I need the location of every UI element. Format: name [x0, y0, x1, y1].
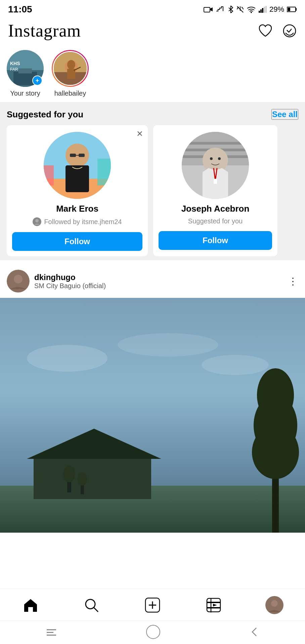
joseph-sub: Suggested for you	[188, 217, 243, 225]
dkinghugo-avatar	[7, 270, 30, 292]
svg-rect-0	[204, 7, 210, 12]
post-username[interactable]: dkinghugo	[34, 273, 106, 282]
nav-home-button[interactable]	[17, 595, 44, 615]
camera-icon	[204, 6, 213, 13]
see-all-button[interactable]: See all	[271, 109, 298, 120]
svg-rect-38	[182, 142, 249, 145]
profile-nav-image	[265, 596, 284, 614]
svg-point-61	[202, 355, 269, 375]
battery-icon	[287, 6, 297, 12]
status-time: 11:05	[8, 4, 32, 15]
svg-point-46	[14, 275, 23, 283]
suggested-cards: ✕	[7, 125, 298, 256]
post-image	[0, 298, 305, 533]
svg-rect-44	[214, 179, 217, 184]
status-icons: 29%	[204, 5, 297, 14]
svg-rect-30	[79, 154, 85, 157]
card-close-button-mark[interactable]: ✕	[136, 129, 143, 139]
signal-icon	[216, 6, 225, 13]
suggested-header: Suggested for you See all	[7, 109, 298, 120]
post-more-button[interactable]: ⋮	[288, 276, 298, 287]
bottom-nav	[0, 589, 305, 621]
hallebailey-story-border	[52, 50, 89, 87]
story-item-your-story[interactable]: KHS FAR + Your story	[7, 50, 44, 97]
reels-icon	[206, 598, 221, 612]
messenger-button[interactable]	[282, 23, 297, 38]
android-home-button[interactable]	[146, 625, 161, 641]
svg-text:FAR: FAR	[10, 67, 18, 72]
instagram-logo: Instagram	[8, 21, 81, 41]
svg-line-63	[94, 607, 98, 612]
suggested-card-mark-eros: ✕	[7, 125, 148, 256]
signal-bars-icon	[259, 6, 267, 13]
follow-mark-eros-button[interactable]: Follow	[12, 232, 142, 251]
your-story-label: Your story	[10, 90, 40, 97]
mark-eros-name: Mark Eros	[56, 204, 98, 214]
suggested-section: Suggested for you See all ✕	[0, 102, 305, 260]
notifications-button[interactable]	[258, 23, 273, 38]
nav-add-post-button[interactable]	[139, 595, 166, 615]
menu-line-1	[47, 629, 56, 630]
mark-eros-photo	[44, 132, 111, 199]
svg-point-43	[218, 157, 221, 160]
follow-joseph-button[interactable]: Follow	[159, 231, 272, 250]
svg-rect-6	[262, 8, 263, 13]
status-bar: 11:05 29%	[0, 0, 305, 17]
mute-icon	[236, 6, 244, 13]
android-back-button[interactable]	[247, 625, 262, 641]
add-post-icon	[145, 597, 160, 613]
svg-rect-68	[207, 602, 220, 603]
svg-point-22	[67, 60, 75, 69]
add-story-button[interactable]: +	[32, 75, 42, 86]
svg-point-41	[203, 148, 228, 173]
nav-search-button[interactable]	[78, 595, 105, 615]
header-action-icons	[258, 23, 297, 38]
post-location[interactable]: SM City Baguio (official)	[34, 282, 106, 290]
nav-reels-button[interactable]	[200, 595, 227, 615]
android-back-icon	[247, 625, 262, 639]
svg-rect-5	[260, 9, 262, 13]
svg-text:KHS: KHS	[10, 61, 20, 66]
svg-rect-11	[288, 8, 290, 11]
svg-rect-28	[66, 165, 89, 192]
svg-point-52	[63, 466, 75, 482]
mark-eros-subtext: Followed by itsme.jhem24	[44, 218, 122, 226]
mark-eros-sub: Followed by itsme.jhem24	[33, 217, 122, 226]
joseph-name: Joseph Acebron	[181, 204, 250, 214]
wifi-icon	[247, 6, 256, 13]
joseph-avatar	[182, 132, 249, 199]
nav-profile-button[interactable]	[261, 595, 288, 615]
svg-point-35	[35, 219, 39, 222]
svg-rect-10	[296, 8, 297, 11]
android-menu-button[interactable]	[43, 626, 59, 639]
post-user-info: dkinghugo SM City Baguio (official)	[7, 270, 106, 292]
search-icon	[84, 598, 99, 612]
post-user-avatar[interactable]	[7, 270, 30, 292]
app-header: Instagram	[0, 17, 305, 45]
android-nav-bar	[0, 621, 305, 644]
profile-nav-avatar	[265, 596, 284, 614]
svg-rect-33	[97, 159, 111, 185]
mark-eros-sub-avatar	[33, 217, 41, 226]
your-story-avatar-wrapper: KHS FAR +	[7, 50, 44, 87]
post-header: dkinghugo SM City Baguio (official) ⋮	[0, 264, 305, 298]
post-user-details: dkinghugo SM City Baguio (official)	[34, 273, 106, 290]
svg-marker-71	[213, 604, 217, 606]
svg-point-73	[271, 600, 278, 607]
svg-marker-1	[210, 7, 213, 11]
story-item-hallebailey[interactable]: hallebailey	[52, 50, 89, 97]
svg-rect-18	[18, 68, 32, 73]
android-home-icon	[146, 625, 161, 639]
svg-point-60	[118, 333, 218, 357]
mark-eros-avatar	[44, 132, 111, 199]
svg-rect-32	[44, 165, 54, 185]
suggested-title: Suggested for you	[7, 109, 83, 120]
svg-point-58	[252, 425, 299, 479]
hallebailey-story-image	[54, 52, 88, 86]
menu-line-3	[47, 635, 56, 636]
joseph-photo	[182, 132, 249, 199]
bluetooth-icon	[228, 6, 234, 13]
stories-section: KHS FAR + Your story	[0, 45, 305, 102]
heart-icon	[258, 24, 273, 38]
hallebailey-label: hallebailey	[54, 90, 86, 97]
